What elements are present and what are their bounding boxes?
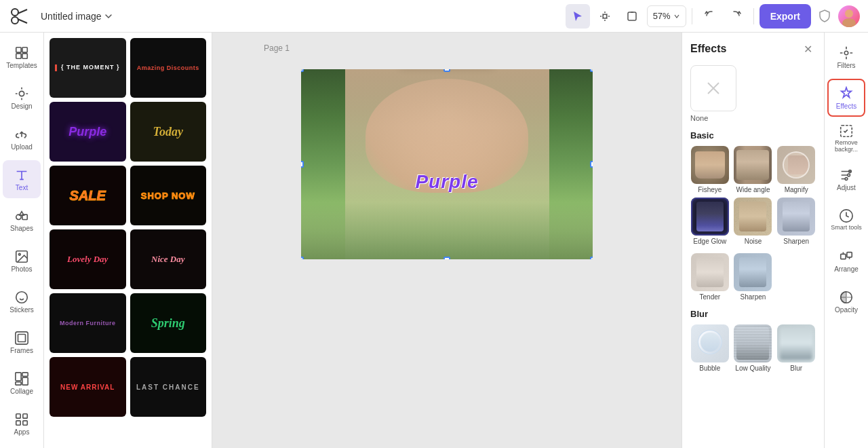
sidebar-photos-label: Photos <box>11 265 32 273</box>
topbar-tools: 57% Export <box>566 4 860 29</box>
right-tool-remove-bg[interactable]: Remove backgr... <box>827 119 865 157</box>
effects-row2: Tender Sharpen <box>690 253 816 301</box>
user-avatar[interactable] <box>838 5 860 27</box>
sidebar-item-collage[interactable]: Collage <box>3 364 41 402</box>
right-tool-effects[interactable]: Effects <box>827 79 865 117</box>
svg-rect-40 <box>841 254 846 259</box>
canvas-image[interactable]: Purple <box>301 69 593 259</box>
main-area: Templates Design Upload Text Shapes Phot… <box>0 33 868 448</box>
fisheye-label: Fisheye <box>698 186 722 193</box>
svg-rect-9 <box>16 53 21 58</box>
filters-tool-label: Filters <box>837 62 855 69</box>
none-effect-card[interactable] <box>690 65 736 111</box>
svg-rect-7 <box>16 47 21 52</box>
svg-rect-19 <box>16 372 21 380</box>
blur-section-title: Blur <box>690 309 816 319</box>
topbar-divider <box>692 8 692 24</box>
effect-magnify[interactable]: Magnify <box>776 146 816 193</box>
effect-sharpen[interactable]: Sharpen <box>776 198 816 245</box>
svg-rect-26 <box>23 420 27 424</box>
sidebar-design-label: Design <box>11 102 32 110</box>
sidebar-shapes-label: Shapes <box>10 225 33 232</box>
svg-point-6 <box>842 18 856 27</box>
template-card-1[interactable]: { THE MOMENT } <box>50 38 126 98</box>
canvas-area: Page 1 Purple <box>212 33 682 448</box>
sidebar-item-photos[interactable]: Photos <box>3 242 41 280</box>
undo-button[interactable] <box>698 4 722 29</box>
effect-sharpen2[interactable]: Sharpen <box>734 253 773 301</box>
resize-tool-button[interactable] <box>620 4 644 29</box>
effects-header: Effects ✕ <box>690 41 816 57</box>
svg-point-1 <box>12 17 18 24</box>
template-card-7[interactable]: Lovely Day <box>50 229 126 289</box>
template-card-10[interactable]: Spring <box>130 293 207 353</box>
template-card-6[interactable]: SHOP NOW <box>130 166 207 225</box>
effect-bubble[interactable]: Bubble <box>690 324 730 372</box>
sidebar-collage-label: Collage <box>10 388 33 395</box>
svg-rect-4 <box>628 12 636 20</box>
template-card-4[interactable]: Today <box>130 102 207 162</box>
effect-blur[interactable]: Blur <box>776 324 816 372</box>
effects-tool-label: Effects <box>836 102 856 110</box>
templates-panel: { THE MOMENT } Amazing Discounts Purple … <box>44 33 212 448</box>
blur-label: Blur <box>790 365 802 372</box>
template-card-8[interactable]: Nice Day <box>130 229 207 289</box>
effects-close-button[interactable]: ✕ <box>800 41 816 57</box>
document-title[interactable]: Untitled image <box>41 11 113 22</box>
app-logo[interactable] <box>8 5 30 27</box>
effect-low-quality[interactable]: Low Quality <box>734 324 773 372</box>
right-tool-filters[interactable]: Filters <box>827 38 865 76</box>
sidebar-item-frames[interactable]: Frames <box>3 323 41 361</box>
template-card-5[interactable]: SALE <box>50 166 126 225</box>
edge-glow-label: Edge Glow <box>693 238 726 245</box>
redo-button[interactable] <box>724 4 748 29</box>
sidebar-item-stickers[interactable]: Stickers <box>3 282 41 320</box>
sidebar-item-shapes[interactable]: Shapes <box>3 201 41 239</box>
effect-noise[interactable]: Noise <box>734 198 773 245</box>
canvas-text-overlay: Purple <box>415 171 478 193</box>
template-card-11[interactable]: NEW ARRIVAL <box>50 357 126 417</box>
sidebar-item-text[interactable]: Text <box>3 160 41 198</box>
low-quality-label: Low Quality <box>735 365 770 372</box>
template-card-9[interactable]: Modern Furniture <box>50 293 126 353</box>
opacity-label: Opacity <box>835 306 858 314</box>
right-tool-opacity[interactable]: Opacity <box>827 282 865 320</box>
move-tool-button[interactable] <box>593 4 617 29</box>
magnify-label: Magnify <box>785 186 808 193</box>
sidebar-upload-label: Upload <box>11 143 33 151</box>
svg-point-11 <box>19 91 24 96</box>
effect-fisheye[interactable]: Fisheye <box>690 146 730 193</box>
select-tool-button[interactable] <box>566 4 590 29</box>
sidebar-item-upload[interactable]: Upload <box>3 119 41 157</box>
svg-point-5 <box>845 10 853 18</box>
sidebar-item-design[interactable]: Design <box>3 79 41 117</box>
template-card-2[interactable]: Amazing Discounts <box>130 38 207 98</box>
shield-icon <box>814 5 835 27</box>
effect-tender[interactable]: Tender <box>690 253 730 301</box>
sidebar-text-label: Text <box>16 184 28 191</box>
effect-edge-glow[interactable]: Edge Glow <box>690 198 730 245</box>
right-tool-adjust[interactable]: Adjust <box>827 160 865 198</box>
sidebar-templates-label: Templates <box>6 62 37 69</box>
effect-wide-angle[interactable]: Wide angle <box>734 146 773 193</box>
svg-rect-25 <box>16 420 20 424</box>
sidebar-item-apps[interactable]: Apps <box>3 405 41 443</box>
svg-rect-8 <box>22 47 27 52</box>
svg-point-16 <box>16 291 28 303</box>
smart-tools-label: Smart tools <box>831 225 862 231</box>
zoom-selector[interactable]: 57% <box>647 5 686 27</box>
basic-section-title: Basic <box>690 130 816 141</box>
zoom-value: 57% <box>653 11 671 21</box>
sidebar-stickers-label: Stickers <box>9 306 34 314</box>
none-label: None <box>690 114 816 122</box>
template-card-3[interactable]: Purple <box>50 102 126 162</box>
export-button[interactable]: Export <box>760 4 811 29</box>
template-card-12[interactable]: LAST CHANCE <box>130 357 207 417</box>
right-tool-smart[interactable]: Smart tools <box>827 201 865 239</box>
right-tool-arrange[interactable]: Arrange <box>827 242 865 280</box>
effects-title: Effects <box>690 43 726 55</box>
wide-angle-label: Wide angle <box>736 186 770 193</box>
adjust-label: Adjust <box>837 184 856 191</box>
noise-label: Noise <box>745 238 762 245</box>
sidebar-item-templates[interactable]: Templates <box>3 38 41 76</box>
